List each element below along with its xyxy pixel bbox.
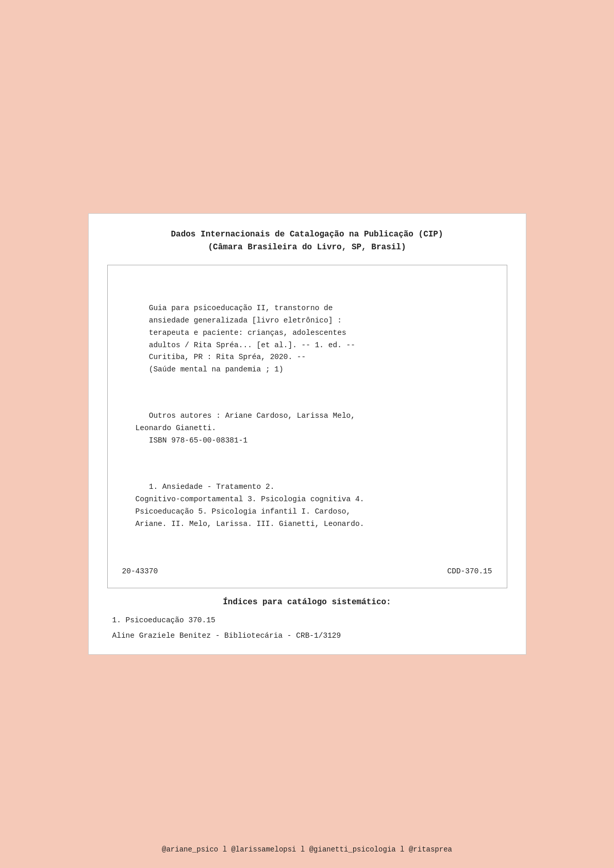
catalog-block-2: Outros autores : Ariane Cardoso, Larissa…: [122, 410, 492, 447]
cip-card: Dados Internacionais de Catalogação na P…: [88, 213, 526, 655]
librarian-line: Aline Graziele Benitez - Bibliotecária -…: [107, 632, 507, 640]
catalog-block-1: Guia para psicoeducação II, transtorno d…: [122, 302, 492, 377]
indices-item-1: 1. Psicoeducação 370.15: [107, 616, 507, 624]
card-title: Dados Internacionais de Catalogação na P…: [107, 228, 507, 254]
catalog-inner-box: Guia para psicoeducação II, transtorno d…: [107, 265, 507, 588]
catalog-block-3: 1. Ansiedade - Tratamento 2. Cognitivo-c…: [122, 481, 492, 531]
catalog-footer-row: 20-43370 CDD-370.15: [122, 565, 492, 575]
catalog-cdd: CDD-370.15: [447, 567, 492, 575]
catalog-entry: Guia para psicoeducação II, transtorno d…: [122, 278, 492, 555]
indices-title: Índices para catálogo sistemático:: [107, 598, 507, 607]
indices-section: Índices para catálogo sistemático: 1. Ps…: [107, 598, 507, 640]
social-bar: @ariane_psico l @larissamelopsi l @giane…: [162, 845, 452, 854]
catalog-id: 20-43370: [122, 567, 158, 575]
page-container: Dados Internacionais de Catalogação na P…: [88, 213, 526, 655]
